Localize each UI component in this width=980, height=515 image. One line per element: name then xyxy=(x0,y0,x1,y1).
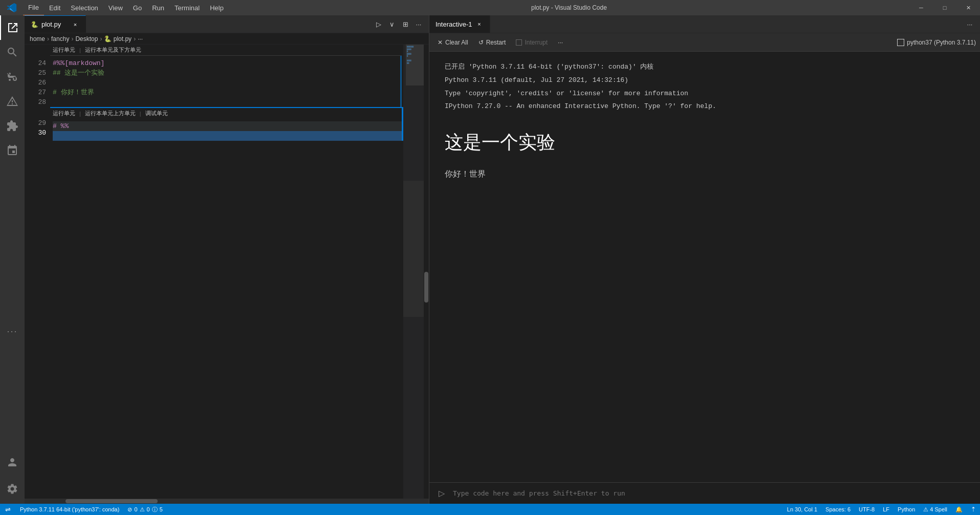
interrupt-button[interactable]: Interrupt xyxy=(512,37,552,48)
language-label: Python xyxy=(898,506,915,512)
activity-source-control[interactable] xyxy=(0,65,25,89)
status-broadcast[interactable]: ⇡ xyxy=(967,504,980,515)
spell-label: ⚠ 4 Spell xyxy=(923,506,947,513)
status-spell[interactable]: ⚠ 4 Spell xyxy=(919,504,951,515)
breadcrumb-file[interactable]: 🐍 plot.py xyxy=(104,35,132,42)
panel-output[interactable]: 已开启 'Python 3.7.11 64-bit ('python37': c… xyxy=(429,52,980,482)
output-heading: 这是一个实验 xyxy=(445,127,965,157)
run-button[interactable]: ▷ xyxy=(373,18,385,30)
breadcrumb: home › fanchy › Desktop › 🐍 plot.py › ··… xyxy=(25,33,429,45)
interactive-tab-close[interactable]: × xyxy=(475,20,484,28)
code-content[interactable]: 运行单元 | 运行本单元及下方单元 #%%[markdown] xyxy=(50,45,403,499)
breadcrumb-more[interactable]: ··· xyxy=(138,35,143,42)
python-file-icon: 🐍 xyxy=(31,21,38,28)
activity-explorer[interactable] xyxy=(0,15,25,40)
interrupt-icon xyxy=(516,39,522,46)
kernel-label: python37 (Python 3.7.11) xyxy=(907,39,976,46)
split-editor-button[interactable]: ⊞ xyxy=(399,18,411,30)
panel-run-button[interactable]: ▷ xyxy=(435,487,448,500)
clear-all-button[interactable]: ✕ Clear All xyxy=(433,37,472,48)
menu-edit[interactable]: Edit xyxy=(44,0,66,15)
menu-selection[interactable]: Selection xyxy=(66,0,103,15)
activity-bar: ··· xyxy=(0,15,25,504)
status-notifications[interactable]: 🔔 xyxy=(951,504,967,515)
activity-bottom: ··· xyxy=(0,317,25,504)
minimap: ▓▓▓▓▓▓▓▓▓▓▓▓▓▓▓▓▓▓▓▓▓▓ xyxy=(403,45,424,499)
bell-icon: 🔔 xyxy=(955,506,963,513)
panel-input-field[interactable] xyxy=(453,489,974,497)
encoding-label: UTF-8 xyxy=(859,506,875,512)
menu-help[interactable]: Help xyxy=(205,0,229,15)
activity-extensions[interactable] xyxy=(0,114,25,138)
status-language[interactable]: Python xyxy=(894,504,919,515)
menu-go[interactable]: Go xyxy=(128,0,147,15)
warnings-label: 0 xyxy=(147,506,150,512)
run-cell-above-link[interactable]: 运行本单元上方单元 xyxy=(85,110,136,117)
editor-tab-plotpy[interactable]: 🐍 plot.py × xyxy=(25,15,86,33)
restore-button[interactable]: □ xyxy=(933,0,956,15)
activity-more[interactable]: ··· xyxy=(0,319,25,344)
code-editor[interactable]: 24 25 26 27 28 29 30 运行单元 xyxy=(25,45,429,499)
activity-remote-explorer[interactable] xyxy=(0,138,25,163)
vertical-scrollbar[interactable] xyxy=(424,45,429,499)
hscrollbar-thumb[interactable] xyxy=(66,499,158,503)
status-remote[interactable]: ⇌ xyxy=(0,504,16,515)
activity-settings[interactable] xyxy=(0,477,25,501)
status-errors[interactable]: ⊘ 0 ⚠ 0 ⓘ 5 xyxy=(123,504,166,515)
output-line-1: 已开启 'Python 3.7.11 64-bit ('python37': c… xyxy=(445,62,965,73)
clear-all-label: Clear All xyxy=(445,39,468,46)
code-line-24: #%%[markdown] xyxy=(53,58,403,68)
panel-tab-actions: ··· xyxy=(964,15,980,33)
breadcrumb-fanchy[interactable]: fanchy xyxy=(51,35,69,42)
menu-file[interactable]: File xyxy=(23,0,44,15)
info-label: 5 xyxy=(160,506,163,512)
cell-toolbar-1: 运行单元 | 运行本单元及下方单元 xyxy=(50,45,403,56)
code-line-25: ## 这是一个实验 xyxy=(53,68,403,78)
restart-label: Restart xyxy=(486,39,506,46)
close-button[interactable]: ✕ xyxy=(956,0,980,15)
position-label: Ln 30, Col 1 xyxy=(787,506,817,512)
interactive-tab[interactable]: Interactive-1 × xyxy=(429,15,490,33)
activity-run-debug[interactable] xyxy=(0,89,25,114)
errors-label: 0 xyxy=(134,506,137,512)
python-env-label: Python 3.7.11 64-bit ('python37': conda) xyxy=(20,506,119,512)
interrupt-label: Interrupt xyxy=(525,39,548,46)
tab-filename: plot.py xyxy=(41,20,61,28)
run-dropdown-button[interactable]: ∨ xyxy=(386,18,398,30)
code-line-27: # 你好！世界 xyxy=(53,88,403,97)
restart-button[interactable]: ↺ Restart xyxy=(474,37,510,48)
status-left: ⇌ Python 3.7.11 64-bit ('python37': cond… xyxy=(0,504,167,515)
code-lines-2: # %% xyxy=(50,119,403,141)
horizontal-scrollbar[interactable] xyxy=(25,499,429,504)
panel-tab-bar: Interactive-1 × ··· xyxy=(429,15,980,33)
panel-more-btn[interactable]: ··· xyxy=(554,37,567,48)
tab-close-button[interactable]: × xyxy=(71,20,79,29)
activity-search[interactable] xyxy=(0,40,25,65)
status-line-ending[interactable]: LF xyxy=(879,504,894,515)
run-cell-link[interactable]: 运行单元 xyxy=(53,46,75,54)
debug-cell-link[interactable]: 调试单元 xyxy=(145,110,168,117)
breadcrumb-desktop[interactable]: Desktop xyxy=(75,35,98,42)
errors-icon: ⊘ xyxy=(127,506,132,513)
menu-run[interactable]: Run xyxy=(147,0,169,15)
breadcrumb-home[interactable]: home xyxy=(30,35,45,42)
more-actions-button[interactable]: ··· xyxy=(412,18,425,30)
status-encoding[interactable]: UTF-8 xyxy=(855,504,879,515)
status-position[interactable]: Ln 30, Col 1 xyxy=(783,504,821,515)
run-cell-link-2[interactable]: 运行单元 xyxy=(53,110,75,117)
menu-view[interactable]: View xyxy=(103,0,128,15)
status-spaces[interactable]: Spaces: 6 xyxy=(821,504,855,515)
menu-terminal[interactable]: Terminal xyxy=(169,0,205,15)
activity-account[interactable] xyxy=(0,450,25,475)
scrollbar-thumb[interactable] xyxy=(424,272,428,303)
interactive-panel: Interactive-1 × ··· ✕ Clear All ↺ Restar… xyxy=(429,15,980,504)
panel-more-actions[interactable]: ··· xyxy=(964,18,976,30)
status-bar: ⇌ Python 3.7.11 64-bit ('python37': cond… xyxy=(0,504,980,515)
titlebar-controls: ─ □ ✕ xyxy=(909,0,980,15)
minimize-button[interactable]: ─ xyxy=(909,0,933,15)
panel-input-bar: ▷ xyxy=(429,482,980,504)
titlebar-menu: File Edit Selection View Go Run Terminal… xyxy=(23,0,229,15)
status-python-env[interactable]: Python 3.7.11 64-bit ('python37': conda) xyxy=(16,504,123,515)
kernel-info[interactable]: python37 (Python 3.7.11) xyxy=(897,39,976,46)
run-cell-below-link[interactable]: 运行本单元及下方单元 xyxy=(85,46,141,54)
